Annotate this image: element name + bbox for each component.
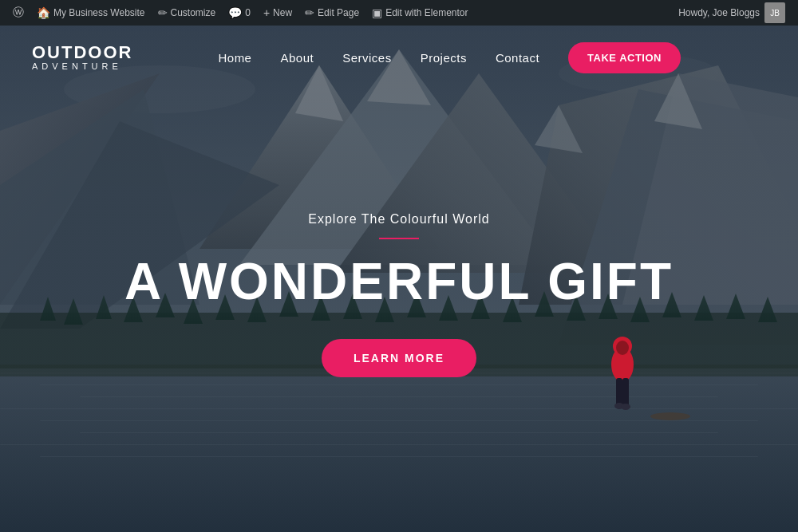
user-greeting: Howdy, Joe Bloggs [678, 7, 760, 18]
wp-icon: ⓦ [13, 6, 24, 20]
nav-services[interactable]: Services [342, 51, 392, 65]
new-label: New [273, 7, 292, 18]
nav-projects[interactable]: Projects [421, 51, 467, 65]
elementor-label: Edit with Elementor [385, 7, 468, 18]
home-icon: 🏠 [37, 6, 50, 19]
nav-about[interactable]: About [280, 51, 314, 65]
site-header: OUTDOOR ADVENTURE Home About Services Pr… [0, 26, 798, 89]
comments-icon: 💬 [228, 6, 242, 19]
hero-learn-more-button[interactable]: LEARN MORE [322, 339, 476, 377]
customize-button[interactable]: ✏ Customize [152, 0, 223, 26]
logo-sub: ADVENTURE [32, 62, 132, 71]
elementor-icon: ▣ [372, 6, 382, 19]
site-wrapper: OUTDOOR ADVENTURE Home About Services Pr… [0, 26, 798, 532]
pencil-icon: ✏ [305, 6, 314, 19]
admin-bar: ⓦ 🏠 My Business Website ✏ Customize 💬 0 … [0, 0, 798, 26]
customize-label: Customize [171, 7, 216, 18]
hero-divider [379, 238, 419, 239]
site-name-button[interactable]: 🏠 My Business Website [30, 0, 152, 26]
edit-icon: ✏ [158, 6, 168, 19]
site-logo[interactable]: OUTDOOR ADVENTURE [32, 44, 132, 71]
hero-title: A WONDERFUL GIFT [124, 254, 674, 309]
comments-button[interactable]: 💬 0 [222, 0, 257, 26]
nav-home[interactable]: Home [218, 51, 251, 65]
hero-section: Explore The Colourful World A WONDERFUL … [0, 26, 798, 532]
avatar-initials: JB [770, 9, 780, 18]
nav-cta-button[interactable]: TAKE ACTION [568, 42, 681, 73]
wp-logo-button[interactable]: ⓦ [6, 0, 30, 26]
site-name-label: My Business Website [53, 7, 145, 18]
new-button[interactable]: + New [257, 0, 298, 26]
user-menu[interactable]: Howdy, Joe Bloggs JB [672, 2, 792, 23]
edit-page-label: Edit Page [318, 7, 359, 18]
main-nav: Home About Services Projects Contact TAK… [132, 42, 766, 73]
comments-count: 0 [245, 7, 251, 18]
hero-subtitle: Explore The Colourful World [308, 212, 489, 227]
elementor-button[interactable]: ▣ Edit with Elementor [365, 0, 474, 26]
logo-main: OUTDOOR [32, 44, 132, 61]
plus-icon: + [263, 6, 270, 19]
edit-page-button[interactable]: ✏ Edit Page [298, 0, 365, 26]
nav-contact[interactable]: Contact [496, 51, 539, 65]
avatar: JB [764, 2, 785, 23]
